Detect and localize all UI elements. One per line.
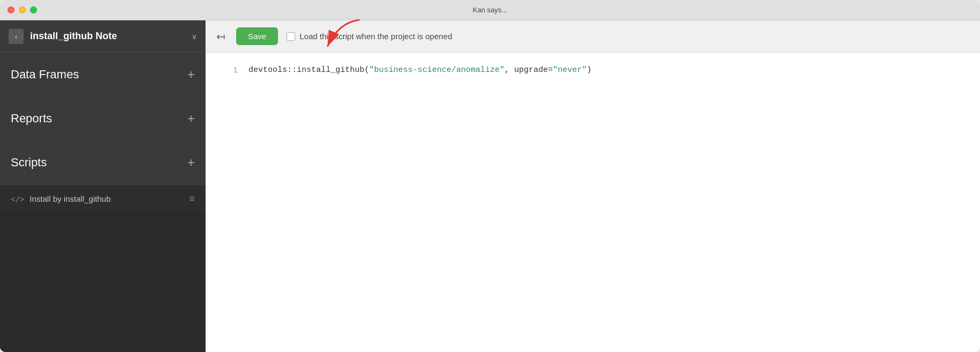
load-script-option: Load this script when the project is ope… [287, 32, 452, 41]
main-layout: ‹ install_github Note ∨ Data Frames + Re… [0, 20, 980, 352]
window-title: Kan says... [473, 6, 507, 14]
content-toolbar: ↤ Save Load this script when the project… [206, 20, 980, 53]
load-script-label: Load this script when the project is ope… [299, 32, 452, 41]
sidebar-item-label: Install by install_github [30, 194, 189, 203]
back-arrow-icon: ↤ [216, 30, 225, 43]
code-paren-open: ( [364, 65, 369, 75]
add-script-icon[interactable]: + [187, 155, 195, 170]
code-string-2: "never" [553, 65, 587, 75]
sidebar: ‹ install_github Note ∨ Data Frames + Re… [0, 20, 206, 352]
load-script-checkbox[interactable] [287, 32, 295, 41]
code-param-sep: , upgrade= [504, 65, 553, 75]
code-line-1: 1 devtools::install_github("business-sci… [206, 63, 980, 77]
code-paren-close: ) [587, 65, 591, 75]
add-report-icon[interactable]: + [187, 111, 195, 126]
line-number-1: 1 [216, 65, 238, 75]
sidebar-section-data-frames: Data Frames + [0, 53, 206, 97]
chevron-down-icon[interactable]: ∨ [192, 32, 197, 41]
code-content-1: devtools::install_github("business-scien… [248, 65, 591, 75]
save-button[interactable]: Save [236, 27, 278, 45]
traffic-lights [8, 6, 37, 13]
code-string-1: "business-science/anomalize" [369, 65, 504, 75]
sidebar-back-button[interactable]: ‹ [9, 29, 24, 44]
sidebar-section-label-reports: Reports [11, 112, 52, 126]
sidebar-item-install-github[interactable]: </> Install by install_github ≡ [0, 185, 206, 212]
sidebar-project-title: install_github Note [30, 31, 192, 42]
sidebar-empty-area [0, 212, 206, 352]
minimize-button[interactable] [19, 6, 26, 13]
editor-back-button[interactable]: ↤ [216, 30, 225, 43]
add-data-frame-icon[interactable]: + [187, 67, 195, 82]
sidebar-section-scripts: Scripts + [0, 141, 206, 185]
sidebar-section-reports: Reports + [0, 97, 206, 141]
content-area: ↤ Save Load this script when the project… [206, 20, 980, 352]
script-icon: </> [11, 195, 24, 203]
sidebar-section-header-data-frames[interactable]: Data Frames + [0, 53, 206, 97]
sidebar-section-header-scripts[interactable]: Scripts + [0, 141, 206, 185]
back-icon: ‹ [15, 32, 18, 41]
close-button[interactable] [8, 6, 14, 13]
title-bar: Kan says... [0, 0, 980, 20]
sidebar-section-header-reports[interactable]: Reports + [0, 97, 206, 141]
sidebar-section-label-data-frames: Data Frames [11, 68, 79, 82]
maximize-button[interactable] [30, 6, 37, 13]
code-function: devtools::install_github [248, 65, 364, 75]
sidebar-section-label-scripts: Scripts [11, 156, 47, 170]
sidebar-header: ‹ install_github Note ∨ [0, 20, 206, 53]
code-editor[interactable]: 1 devtools::install_github("business-sci… [206, 53, 980, 352]
sidebar-item-menu-icon[interactable]: ≡ [189, 193, 195, 204]
